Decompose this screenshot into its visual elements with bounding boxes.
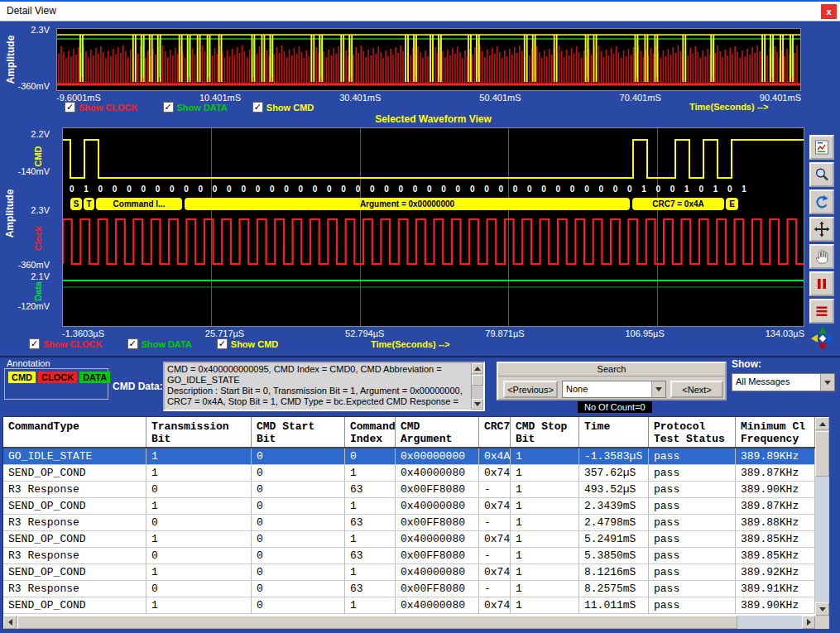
table-grid[interactable]: CommandTypeTransmissionBitCMD StartBitCo… [3, 417, 815, 616]
table-row[interactable]: GO_IDLE_STATE1000x000000000x4A1-1.3583µS… [3, 448, 815, 465]
table-row[interactable]: SEND_OP_COND1010x400000800x7412.3439mSpa… [3, 498, 815, 515]
table-row[interactable]: R3 Response00630x00FF8080-1493.52µSpass3… [3, 482, 815, 498]
close-button[interactable]: x [821, 4, 837, 19]
scroll-left-button[interactable] [3, 616, 17, 629]
cmd-data-scrollbar[interactable] [471, 363, 483, 410]
column-header[interactable]: Time [579, 417, 649, 447]
table-cell: 1 [511, 482, 579, 498]
bit-label: 0 [170, 185, 175, 194]
pause-button[interactable] [809, 271, 834, 296]
table-cell: SEND_OP_COND [3, 531, 146, 548]
table-cell: 0 [252, 465, 345, 482]
clock-ymin-label: -360mV [12, 260, 50, 270]
down-arrow-icon [819, 607, 826, 611]
scroll-down-button[interactable] [472, 399, 483, 410]
bit-label: 0 [484, 185, 489, 194]
column-header[interactable]: TransmissionBit [146, 417, 252, 447]
table-cell: 1 [511, 531, 579, 548]
navigate-compass-icon[interactable] [810, 326, 835, 351]
clock-axis-label: Clock [33, 226, 43, 251]
show-data-checkbox[interactable]: ✓ [163, 102, 174, 113]
show-cmd-checkbox[interactable]: ✓ [217, 338, 228, 349]
detail-waveform-plot[interactable]: 0100000000000000000000000000000000000000… [62, 127, 804, 327]
table-cell: 1 [146, 465, 252, 482]
column-header[interactable]: CommandType [3, 417, 146, 447]
column-header[interactable]: CMD StartBit [252, 417, 345, 447]
cmd-annotation: E [726, 198, 738, 210]
scroll-right-button[interactable] [802, 616, 815, 629]
show-data-group: ✓Show DATA [127, 338, 192, 349]
search-filter-combobox[interactable]: None [562, 381, 666, 398]
move-button[interactable] [809, 217, 834, 242]
zoom-button[interactable] [809, 162, 834, 187]
table-row[interactable]: SEND_OP_COND1010x400000800x74111.011mSpa… [3, 597, 815, 614]
report-button[interactable] [809, 135, 834, 160]
window-accent-line [0, 0, 840, 2]
table-row[interactable]: SEND_OP_COND1010x400000800x741357.62µSpa… [3, 465, 815, 482]
table-cell: 63 [345, 548, 396, 564]
table-row[interactable]: R3 Response00630x00FF8080-15.3850mSpass3… [3, 548, 815, 564]
table-cell: 63 [345, 482, 396, 498]
scroll-thumb[interactable] [472, 375, 483, 386]
column-header[interactable]: Minimum ClFrequency [736, 417, 815, 447]
time-tick-label: 79.871µS [485, 328, 524, 338]
scroll-down-button[interactable] [815, 602, 829, 616]
table-cell: 389.87KHz [736, 498, 815, 515]
scroll-thumb[interactable] [17, 616, 737, 629]
table-cell: 1 [345, 564, 396, 581]
bit-label: 0 [113, 185, 118, 194]
title-bar[interactable]: Detail View x [0, 2, 840, 22]
previous-button[interactable]: <Previous> [503, 381, 558, 398]
table-cell: 1 [511, 448, 579, 465]
bit-label: 0 [70, 185, 74, 194]
time-tick-label: 52.794µS [345, 328, 384, 338]
bit-label: 1 [742, 185, 746, 194]
column-header[interactable]: CMD StopBit [511, 417, 579, 447]
overview-waveform-plot[interactable] [56, 28, 801, 91]
chevron-down-icon [655, 387, 662, 391]
bit-label: 0 [327, 185, 332, 194]
table-cell: -1.3583µS [579, 448, 649, 465]
table-cell: 5.3850mS [579, 548, 649, 564]
show-cmd-group: ✓Show CMD [217, 338, 278, 349]
column-header[interactable]: CMDArgument [396, 417, 479, 447]
table-horizontal-scrollbar[interactable] [3, 616, 815, 629]
scroll-up-button[interactable] [472, 363, 483, 374]
undo-button[interactable] [809, 189, 834, 214]
show-clock-checkbox[interactable]: ✓ [65, 102, 75, 113]
dropdown-button[interactable] [651, 381, 665, 397]
bit-label: 0 [270, 185, 275, 194]
table-row[interactable]: R3 Response00630x00FF8080-18.2575mSpass3… [3, 581, 815, 597]
next-button[interactable]: <Next> [670, 381, 723, 398]
table-cell: 11.011mS [579, 597, 649, 614]
scroll-up-button[interactable] [815, 417, 829, 430]
table-cell: pass [649, 498, 736, 515]
show-clock-checkbox[interactable]: ✓ [29, 338, 40, 349]
column-header[interactable]: CRC7 [479, 417, 511, 447]
table-row[interactable]: SEND_OP_COND1010x400000800x7415.2491mSpa… [3, 531, 815, 548]
table-cell: 0 [252, 581, 345, 597]
table-row[interactable]: R3 Response00630x00FF8080-12.4798mSpass3… [3, 515, 815, 531]
message-table: CommandTypeTransmissionBitCMD StartBitCo… [2, 416, 828, 628]
table-cell: SEND_OP_COND [3, 465, 146, 482]
bit-label: 0 [556, 185, 561, 194]
table-body: GO_IDLE_STATE1000x000000000x4A1-1.3583µS… [3, 448, 815, 614]
show-cmd-checkbox[interactable]: ✓ [252, 102, 263, 113]
table-vertical-scrollbar[interactable] [815, 417, 829, 616]
show-clock-label: Show CLOCK [79, 103, 138, 113]
dropdown-button[interactable] [820, 374, 834, 391]
cmd-data-box[interactable]: CMD = 0x400000000095, CMD Index = CMD0, … [163, 362, 485, 411]
table-cell: 0x00FF8080 [396, 482, 479, 498]
table-row[interactable]: SEND_OP_COND1010x400000800x7418.1216mSpa… [3, 564, 815, 581]
table-cell: 493.52µS [579, 482, 649, 498]
show-messages-combobox[interactable]: All Messages [732, 373, 835, 391]
show-data-checkbox[interactable]: ✓ [127, 338, 138, 349]
table-cell: 0x74 [479, 498, 511, 515]
menu-lines-button[interactable] [809, 299, 834, 324]
scroll-thumb[interactable] [815, 431, 829, 477]
data-waveform [63, 274, 804, 310]
column-header[interactable]: ProtocolTest Status [649, 417, 736, 447]
column-header[interactable]: CommandIndex [345, 417, 396, 447]
pan-button[interactable] [809, 244, 834, 269]
cmd-annotation: Command I... [96, 198, 182, 210]
